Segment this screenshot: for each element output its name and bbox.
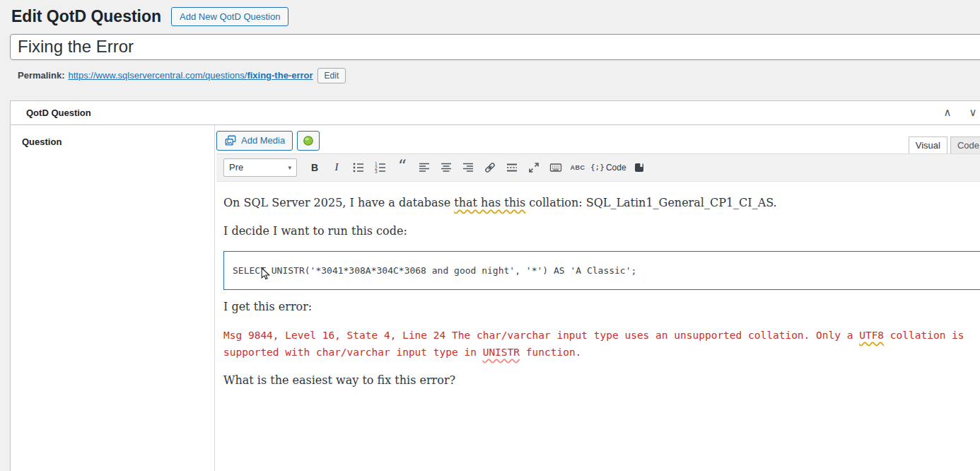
sql-code-block[interactable]: SELECT UNISTR('*3041*308A*304C*3068 and …: [223, 251, 980, 290]
code-block-button[interactable]: [629, 158, 649, 177]
content-paragraph-3: I get this error:: [223, 298, 980, 315]
chevron-down-icon: ∨: [969, 106, 977, 119]
permalink-link[interactable]: https://www.sqlservercentral.com/questio…: [68, 70, 313, 81]
tab-code[interactable]: Code: [950, 136, 980, 153]
fullscreen-icon: [527, 161, 540, 174]
format-dropdown-value: Pre: [229, 162, 243, 173]
editor-toolbar: Pre ▾ B I 123: [216, 154, 980, 182]
align-right-icon: [462, 161, 474, 174]
permalink-edit-button[interactable]: Edit: [317, 68, 346, 83]
page-title: Edit QotD Question: [11, 7, 161, 27]
keyboard-button[interactable]: [546, 158, 566, 177]
sql-code-line: SELECT UNISTR('*3041*308A*304C*3068 and …: [233, 265, 636, 276]
media-buttons: Add Media: [216, 131, 320, 153]
bold-button[interactable]: B: [305, 158, 325, 177]
permalink-url-slug: fixing-the-error: [247, 70, 313, 81]
editor-top-row: Add Media Visual Code: [216, 131, 980, 153]
bold-icon: B: [311, 162, 318, 173]
metabox-header: QotD Question ∧ ∨: [11, 101, 980, 125]
error-message: Msg 9844, Level 16, State 4, Line 24 The…: [223, 327, 980, 361]
tab-visual[interactable]: Visual: [909, 136, 947, 153]
error-line-2: supported with char/varchar input type i…: [223, 344, 980, 361]
permalink: Permalink: https://www.sqlservercentral.…: [18, 68, 980, 83]
content-paragraph-1: On SQL Server 2025, I have a database th…: [223, 194, 980, 211]
collapse-up-button[interactable]: ∧: [937, 103, 958, 122]
code-block-icon: [633, 161, 646, 174]
add-media-button[interactable]: Add Media: [216, 131, 293, 151]
bullet-list-button[interactable]: [349, 158, 368, 177]
code-button-label: Code: [606, 163, 626, 173]
abc-icon: ABC: [571, 164, 585, 171]
abc-button[interactable]: ABC: [568, 158, 588, 177]
code-icon: {;}: [590, 163, 605, 172]
code-button[interactable]: {;} Code: [590, 158, 627, 177]
question-field-label: Question: [22, 136, 62, 147]
keyboard-icon: [549, 161, 562, 174]
bullet-list-icon: [352, 161, 365, 174]
metabox-header-actions: ∧ ∨: [937, 103, 980, 122]
page-header: Edit QotD Question Add New QotD Question: [0, 0, 980, 27]
editor-mode-tabs: Visual Code: [909, 136, 980, 153]
edit-qotd-page: Edit QotD Question Add New QotD Question…: [0, 0, 980, 471]
align-left-icon: [418, 161, 431, 174]
align-right-button[interactable]: [458, 158, 478, 177]
metabox-title: QotD Question: [21, 107, 91, 118]
blockquote-button[interactable]: “: [392, 158, 412, 177]
error-line-1: Msg 9844, Level 16, State 4, Line 24 The…: [223, 327, 980, 344]
numbered-list-icon: 123: [374, 161, 387, 174]
qotd-question-metabox: QotD Question ∧ ∨ Question: [10, 100, 980, 471]
editor-column: Add Media Visual Code: [215, 125, 980, 471]
italic-icon: I: [335, 161, 339, 173]
dropdown-arrow-icon: ▾: [288, 164, 291, 171]
chevron-up-icon: ∧: [944, 106, 952, 119]
content-paragraph-2: I decide I want to run this code:: [223, 223, 980, 240]
numbered-list-button[interactable]: 123: [371, 158, 390, 177]
align-center-button[interactable]: [436, 158, 456, 177]
editor-content[interactable]: On SQL Server 2025, I have a database th…: [216, 182, 980, 471]
field-label-column: Question: [11, 125, 215, 471]
post-title-input[interactable]: [10, 34, 980, 60]
blockquote-icon: “: [398, 163, 407, 173]
svg-text:3: 3: [375, 169, 378, 174]
more-tag-icon: [506, 161, 518, 174]
format-dropdown[interactable]: Pre ▾: [223, 158, 297, 177]
permalink-label: Permalink:: [18, 70, 64, 81]
more-tag-button[interactable]: [502, 158, 522, 177]
align-center-icon: [440, 161, 453, 174]
fullscreen-button[interactable]: [524, 158, 544, 177]
plugin-insert-button[interactable]: [297, 131, 320, 151]
add-media-label: Add Media: [241, 135, 285, 146]
add-media-icon: [224, 134, 237, 147]
link-icon: [484, 161, 496, 174]
mouse-cursor-icon: [261, 267, 270, 281]
italic-button[interactable]: I: [327, 158, 346, 177]
add-new-qotd-button[interactable]: Add New QotD Question: [171, 7, 288, 26]
metabox-body: Question Add Media: [11, 125, 980, 471]
permalink-url-base: https://www.sqlservercentral.com/questio…: [68, 70, 247, 81]
collapse-down-button[interactable]: ∨: [962, 103, 980, 122]
content-paragraph-4: What is the easiest way to fix this erro…: [223, 372, 980, 389]
link-button[interactable]: [480, 158, 500, 177]
green-plugin-icon: [302, 134, 315, 147]
align-left-button[interactable]: [414, 158, 434, 177]
editor-frame: Pre ▾ B I 123: [216, 153, 980, 471]
